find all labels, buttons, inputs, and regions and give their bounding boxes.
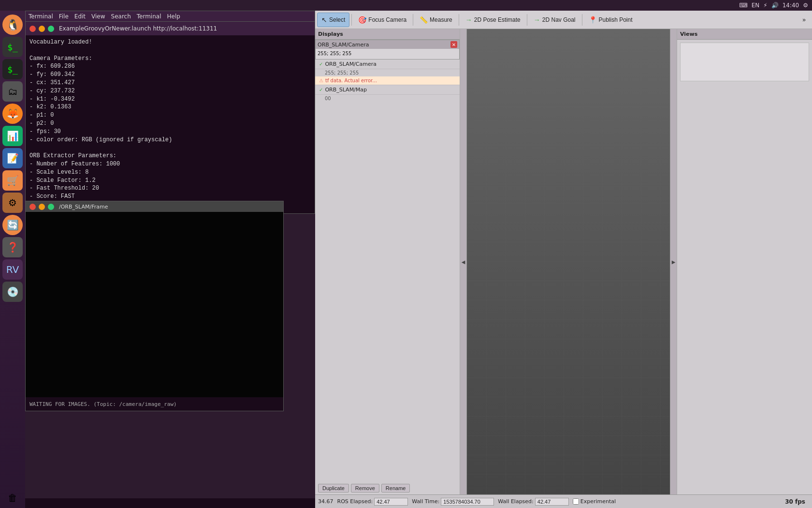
help-icon[interactable]: ❓ bbox=[2, 237, 23, 257]
files-icon[interactable]: 🗂 bbox=[2, 81, 23, 102]
terminal-line bbox=[29, 46, 311, 55]
rviz-icon[interactable]: RV bbox=[2, 259, 23, 280]
rviz-content-area: Displays ORB_SLAM/Camera ✕ 255; 255; 255… bbox=[315, 29, 812, 494]
toolbar-sep-5 bbox=[582, 14, 582, 26]
terminal-line: - fps: 30 bbox=[29, 128, 311, 136]
terminal-icon[interactable]: $_ bbox=[2, 37, 23, 57]
terminal-line: - Fast Threshold: 20 bbox=[29, 184, 311, 193]
publish-point-button[interactable]: 📍 Publish Point bbox=[584, 13, 637, 27]
top-bar: ⌨ EN ⚡ 🔊 14:40 ⚙ bbox=[0, 0, 812, 11]
experimental-label: Experimental bbox=[580, 498, 616, 505]
term-menu-help[interactable]: Help bbox=[167, 13, 180, 20]
ubuntu-icon[interactable]: 🐧 bbox=[2, 15, 23, 35]
application-dock: 🐧 $_ $_ 🗂 🦊 📊 📝 🛒 ⚙ 🔄 ❓ RV 💿 🗑 bbox=[0, 11, 25, 508]
volume-icon: 🔊 bbox=[771, 2, 779, 9]
terminal-minimize-button[interactable] bbox=[39, 26, 45, 32]
experimental-checkbox-area[interactable]: Experimental bbox=[573, 498, 616, 505]
terminal-line: - fx: 609.286 bbox=[29, 62, 311, 71]
viewport-background bbox=[467, 29, 670, 494]
properties-titlebar: ORB_SLAM/Camera ✕ bbox=[316, 40, 459, 49]
top-bar-right: ⌨ EN ⚡ 🔊 14:40 ⚙ bbox=[739, 2, 808, 9]
spreadsheet-icon[interactable]: 📊 bbox=[2, 126, 23, 146]
term-menu-search[interactable]: Search bbox=[111, 13, 131, 20]
dvd-icon[interactable]: 💿 bbox=[2, 282, 23, 302]
terminal-maximize-button[interactable] bbox=[48, 26, 54, 32]
frame-window-title: /ORB_SLAM/Frame bbox=[59, 204, 108, 210]
display-item-map-value: 00 bbox=[315, 95, 460, 102]
frame-titlebar: /ORB_SLAM/Frame bbox=[26, 201, 283, 212]
properties-panel: ORB_SLAM/Camera ✕ 255; 255; 255 bbox=[315, 40, 460, 60]
properties-content: 255; 255; 255 bbox=[316, 49, 459, 59]
terminal-title: ExampleGroovyOrNewer.launch http://local… bbox=[59, 25, 311, 32]
pose-estimate-button[interactable]: → 2D Pose Estimate bbox=[461, 13, 525, 27]
more-button[interactable]: » bbox=[798, 13, 810, 27]
display-item-camera[interactable]: ✓ ORB_SLAM/Camera bbox=[315, 60, 460, 69]
frame-close-button[interactable] bbox=[29, 204, 36, 210]
displays-panel: Displays ORB_SLAM/Camera ✕ 255; 255; 255… bbox=[315, 29, 460, 494]
viewport-grid bbox=[467, 29, 670, 494]
partial-time-field: 34.67 bbox=[318, 498, 334, 505]
terminal2-icon[interactable]: $_ bbox=[2, 59, 23, 79]
orb-slam-frame-window: /ORB_SLAM/Frame WAITING FOR IMAGES. (Top… bbox=[25, 201, 284, 411]
settings-icon[interactable]: ⚙ bbox=[2, 193, 23, 213]
publish-point-icon: 📍 bbox=[589, 16, 597, 24]
terminal-line: - cx: 351.427 bbox=[29, 79, 311, 87]
terminal-menu-bar: Terminal File Edit View Search Terminal … bbox=[26, 11, 315, 22]
fps-display: 30 fps bbox=[785, 498, 805, 505]
clock: 14:40 bbox=[783, 2, 799, 9]
measure-icon: 📏 bbox=[420, 16, 428, 24]
rename-button[interactable]: Rename bbox=[381, 484, 410, 493]
measure-button[interactable]: 📏 Measure bbox=[415, 13, 457, 27]
term-menu-terminal2[interactable]: Terminal bbox=[137, 13, 161, 20]
terminal-content[interactable]: Vocabulary loaded! Camera Parameters: - … bbox=[26, 35, 315, 213]
toolbar-sep-2 bbox=[413, 14, 413, 26]
views-area bbox=[680, 43, 809, 81]
text-editor-icon[interactable]: 📝 bbox=[2, 148, 23, 168]
display-item-map[interactable]: ✓ ORB_SLAM/Map bbox=[315, 85, 460, 95]
experimental-checkbox[interactable] bbox=[573, 498, 579, 505]
duplicate-button[interactable]: Duplicate bbox=[318, 484, 349, 493]
frame-maximize-button[interactable] bbox=[48, 204, 54, 210]
check-icon-map: ✓ bbox=[319, 87, 323, 92]
wall-elapsed-label: Wall Elapsed: bbox=[498, 498, 533, 505]
check-icon-camera: ✓ bbox=[319, 61, 323, 67]
trash-icon[interactable]: 🗑 bbox=[2, 488, 23, 508]
display-item-tf-warn[interactable]: ⚠ tf data. Actual error... bbox=[315, 76, 460, 85]
properties-close-button[interactable]: ✕ bbox=[450, 41, 457, 48]
terminal-line: - Scale Factor: 1.2 bbox=[29, 177, 311, 185]
terminal-line: - fy: 609.342 bbox=[29, 71, 311, 79]
term-menu-edit[interactable]: Edit bbox=[74, 13, 86, 20]
wall-elapsed-input[interactable] bbox=[535, 498, 569, 506]
rviz-toolbar: ↖ Select 🎯 Focus Camera 📏 Measure → 2D P… bbox=[315, 11, 812, 29]
focus-camera-button[interactable]: 🎯 Focus Camera bbox=[354, 13, 411, 27]
update-icon[interactable]: 🔄 bbox=[2, 215, 23, 235]
term-menu-terminal[interactable]: Terminal bbox=[29, 13, 53, 20]
display-item-map-label: ORB_SLAM/Map bbox=[325, 87, 367, 93]
firefox-icon[interactable]: 🦊 bbox=[2, 104, 23, 124]
frame-minimize-button[interactable] bbox=[39, 204, 45, 210]
lang-indicator: EN bbox=[752, 2, 760, 9]
nav-goal-icon: → bbox=[534, 16, 540, 24]
svg-rect-0 bbox=[467, 29, 670, 494]
app-store-icon[interactable]: 🛒 bbox=[2, 170, 23, 191]
nav-goal-button[interactable]: → 2D Nav Goal bbox=[529, 13, 580, 27]
focus-camera-icon: 🎯 bbox=[358, 16, 366, 24]
bluetooth-icon: ⚡ bbox=[763, 2, 767, 9]
toolbar-sep-3 bbox=[459, 14, 459, 26]
wall-time-label: Wall Time: bbox=[412, 498, 439, 505]
right-panel: Views bbox=[677, 29, 812, 494]
wall-time-input[interactable] bbox=[441, 498, 494, 506]
term-menu-file[interactable]: File bbox=[59, 13, 69, 20]
warn-icon: ⚠ bbox=[319, 78, 323, 83]
ros-elapsed-input[interactable] bbox=[374, 498, 408, 506]
remove-button[interactable]: Remove bbox=[351, 484, 379, 493]
views-panel-header: Views bbox=[677, 29, 812, 40]
terminal-close-button[interactable] bbox=[29, 26, 36, 32]
collapse-left-arrow[interactable]: ◀ bbox=[460, 29, 467, 494]
term-menu-view[interactable]: View bbox=[91, 13, 105, 20]
3d-viewport[interactable] bbox=[467, 29, 670, 494]
left-chevron-icon: ◀ bbox=[462, 259, 465, 265]
select-button[interactable]: ↖ Select bbox=[317, 13, 349, 27]
collapse-right-arrow[interactable]: ▶ bbox=[670, 29, 677, 494]
more-icon: » bbox=[802, 16, 806, 23]
